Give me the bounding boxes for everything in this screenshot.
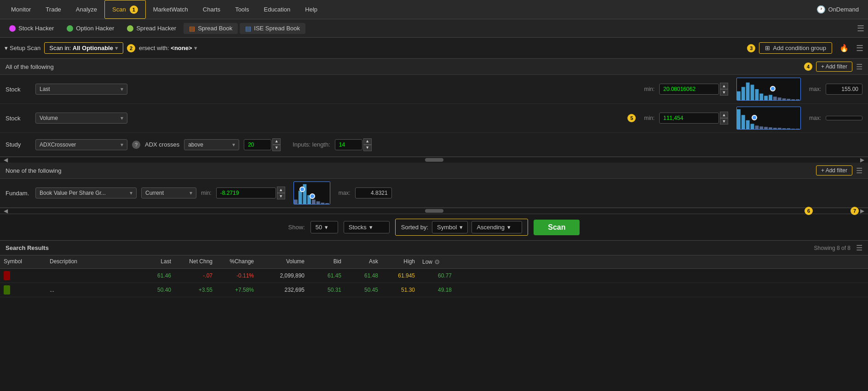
setup-scan-toggle[interactable]: ▾ Setup Scan	[5, 45, 40, 51]
svg-rect-9	[778, 97, 782, 100]
filter-select-book-value[interactable]: Book Value Per Share Gr... ▾	[35, 187, 137, 198]
min-stepper-up-fundam[interactable]: ▲	[277, 187, 285, 193]
adx-value-input[interactable]: 20	[244, 139, 271, 150]
nav-analyze[interactable]: Analyze	[69, 0, 104, 19]
setup-bar-menu-icon[interactable]: ☰	[856, 43, 863, 53]
cell-bid-0: 61.45	[308, 272, 345, 280]
length-value-input[interactable]: 14	[335, 139, 362, 150]
length-stepper-up[interactable]: ▲	[363, 138, 372, 145]
length-stepper[interactable]: ▲ ▼	[363, 138, 372, 151]
ondemand-area[interactable]: 🕐 OnDemand	[811, 5, 864, 14]
col-pctchng: %Change	[216, 257, 258, 266]
adx-stepper[interactable]: ▲ ▼	[272, 138, 281, 151]
filter-group-2-menu[interactable]: ☰	[856, 166, 862, 175]
min-stepper-down-fundam[interactable]: ▼	[277, 193, 285, 199]
min-stepper-last[interactable]: ▲ ▼	[720, 83, 728, 96]
top-nav: Monitor Trade Analyze Scan 1 MarketWatch…	[0, 0, 868, 19]
nav-scan[interactable]: Scan 1	[104, 0, 146, 19]
nav-monitor[interactable]: Monitor	[4, 0, 38, 19]
order-dropdown[interactable]: Ascending ▾	[471, 221, 522, 233]
histogram-handle-volume[interactable]	[752, 115, 757, 120]
results-menu-icon[interactable]: ☰	[856, 244, 862, 252]
fire-icon[interactable]: 🔥	[839, 44, 849, 52]
help-icon-adx[interactable]: ?	[132, 141, 140, 149]
scan-in-dropdown[interactable]: Scan in: All Optionable ▾	[44, 42, 123, 54]
min-stepper-down-last[interactable]: ▼	[720, 89, 728, 96]
sub-nav-ise-spread-book[interactable]: ▤ ISE Spread Book	[240, 23, 305, 34]
min-stepper-up-volume[interactable]: ▲	[720, 112, 728, 118]
scrollbar-group-2: ◀ 6 7 ▶	[0, 208, 868, 214]
svg-rect-6	[764, 96, 768, 100]
show-count-dropdown[interactable]: 50 ▾	[310, 221, 338, 233]
max-input-fundam[interactable]: 4.8321	[355, 187, 392, 198]
nav-help[interactable]: Help	[298, 0, 325, 19]
sub-nav-menu-icon[interactable]: ☰	[857, 23, 864, 34]
min-stepper-down-volume[interactable]: ▼	[720, 118, 728, 125]
scrollbar-thumb-2[interactable]	[425, 209, 443, 213]
min-stepper-up-last[interactable]: ▲	[720, 83, 728, 89]
min-label-2: min:	[644, 115, 655, 121]
filter-select-period[interactable]: Current ▾	[141, 187, 196, 198]
filter-group-1-menu[interactable]: ☰	[856, 62, 862, 71]
max-input-last[interactable]: 155.00	[826, 84, 862, 95]
max-input-volume[interactable]	[826, 116, 862, 120]
sub-nav-stock-hacker[interactable]: Stock Hacker	[4, 23, 59, 34]
histogram-handle-last[interactable]	[770, 86, 776, 91]
min-stepper-fundam[interactable]: ▲ ▼	[277, 187, 285, 199]
filter-group-1-title: All of the following	[6, 63, 804, 70]
col-high: High	[382, 257, 419, 266]
adx-stepper-up[interactable]: ▲	[272, 138, 281, 145]
svg-rect-23	[778, 128, 782, 129]
ondemand-button[interactable]: 🕐 OnDemand	[811, 5, 864, 14]
scroll-left-1[interactable]: ◀	[4, 157, 8, 163]
filter-group-2-title: None of the following	[6, 167, 816, 174]
histogram-handle-fundam-max[interactable]	[310, 193, 315, 199]
filter-select-last[interactable]: Last ▾	[35, 84, 127, 95]
scan-button[interactable]: Scan	[534, 220, 580, 235]
filter-type-stock-2: Stock	[6, 115, 31, 122]
adx-stepper-down[interactable]: ▼	[272, 145, 281, 151]
filter-row-study-adx: Study ADXCrossover ▾ ? ADX crosses above…	[0, 133, 868, 157]
sub-nav-spread-hacker[interactable]: Spread Hacker	[121, 23, 182, 34]
min-input-last[interactable]: 20.08016062	[659, 84, 719, 95]
intersect-dropdown[interactable]: ersect with: <none> ▾	[139, 45, 197, 51]
min-input-fundam[interactable]: -8.2719	[216, 187, 276, 198]
svg-rect-24	[782, 128, 786, 129]
min-stepper-volume[interactable]: ▲ ▼	[720, 112, 728, 125]
scrollbar-group-1: ◀ ▶	[0, 157, 868, 163]
table-row[interactable]: 61.46 -.07 -0.11% 2,099,890 61.45 61.48 …	[0, 269, 868, 283]
scroll-right-1[interactable]: ▶	[860, 157, 864, 163]
filter-select-adx[interactable]: ADXCrossover ▾	[35, 139, 127, 150]
filter-group-2-header: None of the following + Add filter ☰	[0, 163, 868, 179]
scrollbar-thumb-1[interactable]	[425, 158, 443, 162]
length-stepper-down[interactable]: ▼	[363, 145, 372, 151]
min-input-volume[interactable]: 111,454	[659, 113, 719, 124]
add-filter-button-1[interactable]: + Add filter	[816, 62, 852, 72]
type-dropdown[interactable]: Stocks ▾	[344, 221, 390, 233]
add-filter-button-2[interactable]: + Add filter	[816, 165, 852, 176]
svg-rect-5	[759, 94, 763, 100]
min-label-1: min:	[644, 86, 655, 92]
nav-tools[interactable]: Tools	[228, 0, 256, 19]
scroll-right-2[interactable]: ▶	[860, 208, 864, 214]
add-condition-group-button[interactable]: ⊞ Add condition group	[759, 42, 832, 54]
nav-charts[interactable]: Charts	[195, 0, 228, 19]
nav-trade[interactable]: Trade	[38, 0, 68, 19]
svg-rect-0	[737, 91, 741, 100]
filter-select-direction[interactable]: above ▾	[184, 139, 239, 150]
table-header: Symbol Description Last Net Chng %Change…	[0, 255, 868, 269]
gear-icon[interactable]: ⚙	[434, 258, 440, 266]
table-row[interactable]: ... 50.40 +3.55 +7.58% 232,695 50.31 50.…	[0, 283, 868, 297]
scroll-left-2[interactable]: ◀	[4, 208, 8, 214]
sub-nav-spread-book[interactable]: ▤ Spread Book	[184, 23, 238, 34]
filter-group-1: All of the following 4 + Add filter ☰ St…	[0, 59, 868, 157]
filter-select-volume[interactable]: Volume ▾	[35, 113, 127, 124]
sub-nav-option-hacker[interactable]: Option Hacker	[61, 23, 120, 34]
sort-by-dropdown[interactable]: Symbol ▾	[432, 221, 468, 233]
nav-marketwatch[interactable]: MarketWatch	[146, 0, 195, 19]
nav-education[interactable]: Education	[256, 0, 298, 19]
svg-rect-4	[755, 89, 759, 100]
filter-group-1-header: All of the following 4 + Add filter ☰	[0, 59, 868, 75]
cell-last-1: 50.40	[138, 286, 175, 294]
histogram-handle-fundam-min[interactable]	[299, 187, 305, 192]
